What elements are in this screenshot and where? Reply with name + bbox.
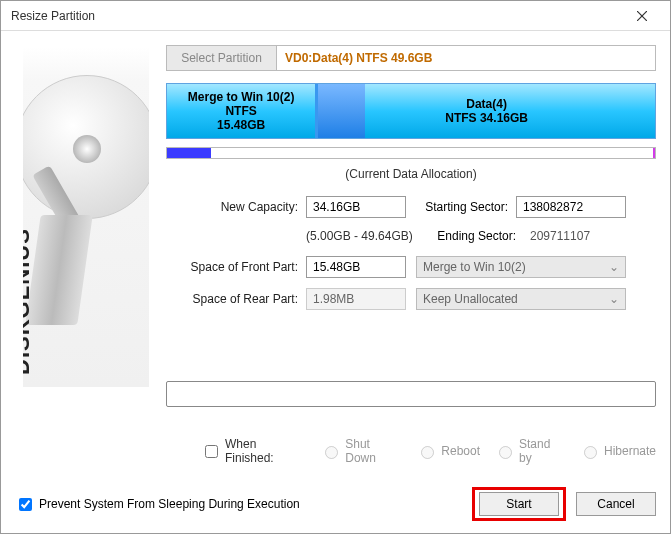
select-partition-button[interactable]: Select Partition [167, 46, 277, 70]
allocation-bar [166, 147, 656, 159]
sidebar-illustration: DISKGENIUS [23, 47, 149, 387]
new-capacity-label: New Capacity: [166, 200, 306, 214]
close-button[interactable] [622, 4, 662, 28]
prevent-sleep-checkbox[interactable]: Prevent System From Sleeping During Exec… [15, 495, 300, 514]
partition-right-name: Data(4) [445, 97, 528, 111]
partition-right-fs-size: NTFS 34.16GB [445, 111, 528, 125]
partition-left[interactable]: Merge to Win 10(2) NTFS 15.48GB [167, 84, 318, 138]
when-finished-label: When Finished: [225, 437, 306, 465]
capacity-range: (5.00GB - 49.64GB) [306, 229, 414, 243]
allocation-used [167, 148, 211, 158]
partition-right[interactable]: Data(4) NTFS 34.16GB [318, 84, 655, 138]
rear-part-target-dropdown[interactable]: Keep Unallocated ⌄ [416, 288, 626, 310]
partition-diagram[interactable]: Merge to Win 10(2) NTFS 15.48GB Data(4) … [166, 83, 656, 139]
ending-sector-value: 209711107 [524, 229, 634, 243]
radio-standby[interactable]: Stand by [494, 437, 565, 465]
cancel-button[interactable]: Cancel [576, 492, 656, 516]
prevent-sleep-label: Prevent System From Sleeping During Exec… [39, 497, 300, 511]
radio-reboot[interactable]: Reboot [416, 443, 480, 459]
front-part-input[interactable] [306, 256, 406, 278]
rear-part-input[interactable] [306, 288, 406, 310]
radio-shutdown[interactable]: Shut Down [320, 437, 402, 465]
radio-hibernate[interactable]: Hibernate [579, 443, 656, 459]
bottom-row: Prevent System From Sleeping During Exec… [15, 487, 656, 521]
rear-part-target-value: Keep Unallocated [423, 292, 518, 306]
rear-part-label: Space of Rear Part: [166, 292, 306, 306]
form: New Capacity: Starting Sector: (5.00GB -… [166, 193, 656, 313]
partition-right-used [318, 84, 365, 138]
front-part-target-value: Merge to Win 10(2) [423, 260, 526, 274]
ending-sector-label: Ending Sector: [424, 229, 524, 243]
partition-left-fs: NTFS [225, 104, 256, 118]
close-icon [637, 11, 647, 21]
partition-left-name: Merge to Win 10(2) [188, 90, 295, 104]
resize-partition-dialog: Resize Partition DISKGENIUS Select Parti… [0, 0, 671, 534]
front-part-label: Space of Front Part: [166, 260, 306, 274]
window-title: Resize Partition [11, 9, 95, 23]
starting-sector-input[interactable] [516, 196, 626, 218]
chevron-down-icon: ⌄ [609, 260, 619, 274]
when-finished-row: When Finished: Shut Down Reboot Stand by… [201, 437, 656, 465]
select-partition-row: Select Partition VD0:Data(4) NTFS 49.6GB [166, 45, 656, 71]
titlebar: Resize Partition [1, 1, 670, 31]
allocation-caption: (Current Data Allocation) [166, 167, 656, 181]
when-finished-checkbox-input[interactable] [205, 445, 218, 458]
starting-sector-label: Starting Sector: [416, 200, 516, 214]
brand-text: DISKGENIUS [23, 228, 35, 375]
chevron-down-icon: ⌄ [609, 292, 619, 306]
status-input[interactable] [166, 381, 656, 407]
front-part-target-dropdown[interactable]: Merge to Win 10(2) ⌄ [416, 256, 626, 278]
when-finished-checkbox[interactable]: When Finished: [201, 437, 306, 465]
start-button[interactable]: Start [479, 492, 559, 516]
prevent-sleep-checkbox-input[interactable] [19, 498, 32, 511]
selected-partition-value: VD0:Data(4) NTFS 49.6GB [277, 46, 655, 70]
start-highlight: Start [472, 487, 566, 521]
new-capacity-input[interactable] [306, 196, 406, 218]
allocation-edge [653, 148, 655, 158]
partition-left-size: 15.48GB [217, 118, 265, 132]
